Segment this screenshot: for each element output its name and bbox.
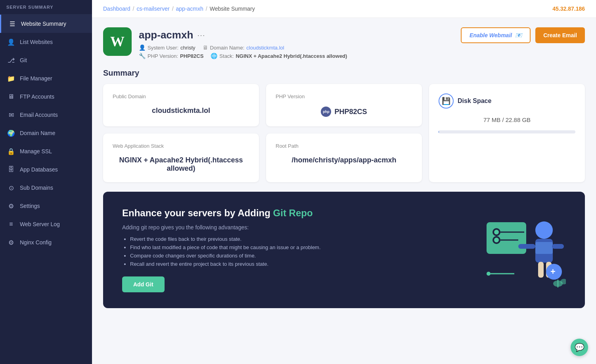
git-banner-content: Enhance your servers by Adding Git Repo … (122, 208, 479, 292)
svg-rect-12 (538, 262, 544, 278)
public-domain-value: cloudstickmta.lol (113, 107, 249, 115)
root-path-card: Root Path /home/christy/apps/app-acmxh (266, 133, 422, 182)
sidebar: SERVER SUMMARY ☰ Website Summary 👤 List … (0, 0, 92, 364)
app-name: app-acmxh (139, 29, 193, 41)
php-meta: 🔧 PHP Version: PHP82CS (139, 53, 203, 59)
sidebar-item-label: Domain Name (20, 130, 55, 136)
webmail-icon: 📧 (515, 32, 522, 38)
more-options-icon[interactable]: ⋯ (197, 30, 205, 40)
app-icon: W (103, 27, 132, 56)
sidebar-header: SERVER SUMMARY (0, 0, 92, 15)
breadcrumb-sep-3: / (206, 6, 207, 12)
system-user-value: christy (180, 45, 195, 51)
sidebar-item-website-summary[interactable]: ☰ Website Summary (0, 15, 92, 33)
summary-title: Summary (103, 69, 585, 78)
sidebar-item-manage-ssl[interactable]: 🔒 Manage SSL (0, 142, 92, 160)
sidebar-item-label: Git (20, 57, 27, 63)
website-summary-icon: ☰ (8, 20, 16, 28)
domain-label: Domain Name: (210, 45, 245, 51)
svg-rect-0 (487, 222, 526, 254)
web-app-stack-value: NGINX + Apacahe2 Hybrid(.htaccess allowe… (113, 156, 249, 173)
create-email-button[interactable]: Create Email (535, 27, 585, 43)
php-badge-icon: php (321, 107, 331, 117)
topbar: Dashboard / cs-mailserver / app-acmxh / … (92, 0, 596, 18)
enable-webmail-button[interactable]: Enable Webmail 📧 (461, 27, 531, 43)
disk-bar-container (439, 130, 575, 133)
sidebar-item-label: Manage SSL (20, 148, 52, 154)
sidebar-item-domain-name[interactable]: 🌍 Domain Name (0, 124, 92, 142)
sidebar-item-list-websites[interactable]: 👤 List Websites (0, 33, 92, 51)
file-manager-icon: 📁 (7, 74, 15, 82)
system-user-label: System User: (148, 45, 178, 51)
git-title-highlight: Git Repo (273, 208, 313, 218)
svg-rect-11 (552, 244, 564, 249)
disk-usage-text: 77 MB / 22.88 GB (439, 116, 575, 123)
list-item: Recall and revert the entire project bac… (130, 261, 479, 267)
git-icon: ⎇ (7, 56, 15, 64)
chat-bubble-button[interactable]: 💬 (571, 339, 588, 356)
breadcrumb-app[interactable]: app-acmxh (176, 6, 203, 12)
svg-point-7 (535, 221, 553, 239)
system-user-meta: 👤 System User: christy (139, 44, 195, 51)
root-path-label: Root Path (276, 143, 412, 149)
php-version-label: PHP Version (276, 93, 412, 99)
disk-bar (439, 130, 439, 133)
sidebar-item-nginx-config[interactable]: ⚙ Nginx Config (0, 233, 92, 252)
ip-address: 45.32.87.186 (552, 6, 585, 12)
nginx-icon: ⚙ (7, 238, 15, 246)
svg-rect-9 (535, 242, 553, 254)
disk-space-card: 💾 Disk Space 77 MB / 22.88 GB (429, 84, 585, 182)
git-illustration: + (479, 210, 566, 290)
sidebar-item-app-databases[interactable]: 🗄 App Databases (0, 160, 92, 179)
git-banner: Enhance your servers by Adding Git Repo … (103, 192, 585, 308)
svg-point-2 (494, 230, 499, 234)
disk-title: Disk Space (458, 97, 491, 105)
meta-row-2: 🔧 PHP Version: PHP82CS 🌐 Stack: NGINX + … (139, 53, 347, 59)
breadcrumb-sep-2: / (172, 6, 174, 12)
subdomains-icon: ⊙ (7, 184, 15, 192)
page-content: W app-acmxh ⋯ 👤 System User: christy (92, 18, 596, 364)
disk-header: 💾 Disk Space (439, 93, 575, 109)
domain-meta-icon: 🖥 (203, 44, 208, 51)
enable-webmail-label: Enable Webmail (470, 32, 512, 38)
sidebar-item-label: Settings (20, 203, 40, 209)
sidebar-item-settings[interactable]: ⚙ Settings (0, 197, 92, 215)
log-icon: ≡ (7, 220, 15, 228)
app-header: W app-acmxh ⋯ 👤 System User: christy (103, 27, 585, 59)
php-label: PHP Version: (148, 53, 178, 59)
public-domain-label: Public Domain (113, 93, 249, 99)
root-path-value: /home/christy/apps/app-acmxh (276, 156, 412, 164)
stack-icon: 🌐 (211, 53, 217, 59)
ftp-icon: 🖥 (7, 93, 15, 101)
sidebar-item-email-accounts[interactable]: ✉ Email Accounts (0, 106, 92, 124)
sidebar-item-web-server-log[interactable]: ≡ Web Server Log (0, 215, 92, 233)
add-git-button[interactable]: Add Git (122, 276, 165, 292)
sidebar-item-file-manager[interactable]: 📁 File Manager (0, 69, 92, 88)
user-icon: 👤 (139, 44, 146, 51)
domain-value[interactable]: cloudstickmta.lol (246, 45, 284, 51)
git-banner-subtitle: Adding git repo gives you the following … (122, 224, 479, 231)
breadcrumb-server[interactable]: cs-mailserver (136, 6, 169, 12)
sidebar-item-git[interactable]: ⎇ Git (0, 51, 92, 69)
wp-letter: W (110, 33, 125, 50)
list-item: Compare code changes over specific durat… (130, 253, 479, 259)
public-domain-card: Public Domain cloudstickmta.lol (103, 84, 259, 126)
sidebar-item-ftp-accounts[interactable]: 🖥 FTP Accounts (0, 88, 92, 106)
disk-icon: 💾 (439, 93, 454, 109)
php-value: PHP82CS (180, 53, 203, 59)
email-icon: ✉ (7, 111, 15, 119)
app-name-row: app-acmxh ⋯ (139, 29, 347, 41)
sidebar-item-label: App Databases (20, 166, 58, 173)
git-title-normal: Enhance your servers by Adding (122, 208, 273, 218)
sidebar-item-label: File Manager (20, 75, 52, 82)
sidebar-item-label: FTP Accounts (20, 93, 54, 100)
breadcrumb-dashboard[interactable]: Dashboard (103, 6, 130, 12)
sidebar-item-label: Nginx Config (20, 239, 52, 246)
svg-point-17 (487, 272, 491, 276)
breadcrumb: Dashboard / cs-mailserver / app-acmxh / … (103, 6, 255, 12)
sidebar-item-sub-domains[interactable]: ⊙ Sub Domains (0, 179, 92, 197)
sidebar-item-label: Web Server Log (20, 221, 60, 227)
git-banner-title: Enhance your servers by Adding Git Repo (122, 208, 479, 219)
summary-grid: Public Domain cloudstickmta.lol PHP Vers… (103, 84, 585, 182)
meta-row-1: 👤 System User: christy 🖥 Domain Name: cl… (139, 44, 347, 51)
